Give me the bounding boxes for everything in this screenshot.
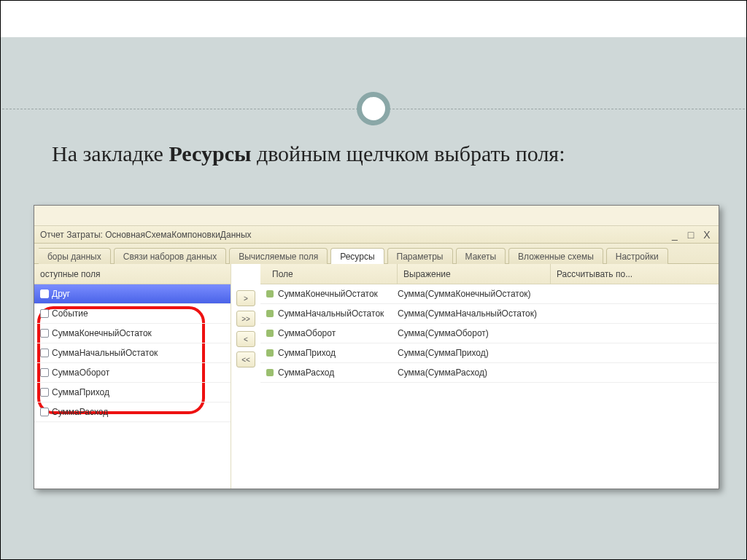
move-left-button[interactable]: < [236, 331, 255, 347]
col-header-field[interactable]: Поле [266, 264, 398, 284]
move-left-all-button[interactable]: << [236, 351, 255, 368]
window-titlebar: Отчет Затраты: ОсновнаяСхемаКомпоновкиДа… [34, 226, 719, 244]
tab-strip: боры данныхСвязи наборов данныхВычисляем… [34, 244, 719, 264]
tab-1[interactable]: Связи наборов данных [114, 248, 226, 264]
content-body: оступные поля ДругСобытиеСуммаКонечныйОс… [34, 264, 719, 489]
resource-field: СуммаНачальныйОстаток [260, 308, 392, 319]
headline-pre: На закладке [52, 141, 169, 166]
headline: На закладке Ресурсы двойным щелчком выбр… [52, 139, 695, 169]
available-field-item[interactable]: СуммаПриход [34, 383, 231, 402]
headline-bold: Ресурсы [169, 141, 251, 166]
resource-field: СуммаРасход [260, 368, 392, 378]
resources-header: Поле Выражение Рассчитывать по... [260, 264, 719, 284]
decorative-ring-icon [357, 92, 390, 125]
available-fields-pane: оступные поля ДругСобытиеСуммаКонечныйОс… [34, 264, 231, 489]
headline-post: двойным щелчком выбрать поля: [251, 141, 565, 166]
move-right-all-button[interactable]: >> [236, 311, 255, 327]
tab-6[interactable]: Вложенные схемы [508, 248, 603, 264]
available-field-item[interactable]: СуммаНачальныйОстаток [34, 343, 231, 363]
window-chrome-strip [34, 206, 719, 226]
move-right-button[interactable]: > [236, 290, 255, 306]
tab-5[interactable]: Макеты [456, 248, 506, 264]
resource-expr: Сумма(СуммаНачальныйОстаток) [392, 308, 545, 319]
resource-row[interactable]: СуммаНачальныйОстатокСумма(СуммаНачальны… [260, 304, 719, 324]
available-field-item[interactable]: СуммаРасход [34, 402, 231, 422]
resource-field: СуммаОборот [260, 328, 392, 338]
screenshot-window: Отчет Затраты: ОсновнаяСхемаКомпоновкиДа… [34, 205, 719, 489]
maximize-button[interactable]: □ [685, 226, 697, 244]
col-header-calc[interactable]: Рассчитывать по... [551, 264, 713, 284]
resource-row[interactable]: СуммаОборотСумма(СуммаОборот) [260, 324, 719, 343]
available-fields-header: оступные поля [34, 264, 231, 284]
available-field-item[interactable]: СуммаОборот [34, 363, 231, 383]
minimize-button[interactable]: _ [669, 226, 681, 244]
resource-field: СуммаПриход [260, 348, 392, 358]
available-fields-list[interactable]: ДругСобытиеСуммаКонечныйОстатокСуммаНача… [34, 284, 231, 489]
tab-7[interactable]: Настройки [606, 248, 668, 264]
close-button[interactable]: X [701, 226, 713, 244]
resource-expr: Сумма(СуммаОборот) [392, 328, 545, 338]
slide: На закладке Ресурсы двойным щелчком выбр… [0, 0, 747, 560]
available-field-item[interactable]: Друг [34, 284, 231, 304]
window-title: Отчет Затраты: ОсновнаяСхемаКомпоновкиДа… [40, 226, 252, 244]
slide-top-whitebar [1, 1, 746, 37]
resource-row[interactable]: СуммаКонечныйОстатокСумма(СуммаКонечныйО… [260, 284, 719, 304]
resources-list[interactable]: СуммаКонечныйОстатокСумма(СуммаКонечныйО… [260, 284, 719, 383]
mover-buttons: > >> < << [231, 264, 260, 489]
available-field-item[interactable]: СуммаКонечныйОстаток [34, 324, 231, 343]
window-buttons: _ □ X [669, 226, 713, 244]
resource-row[interactable]: СуммаРасходСумма(СуммаРасход) [260, 363, 719, 383]
resource-expr: Сумма(СуммаКонечныйОстаток) [392, 289, 545, 299]
resource-expr: Сумма(СуммаРасход) [392, 368, 545, 378]
resource-field: СуммаКонечныйОстаток [260, 289, 392, 299]
tab-0[interactable]: боры данных [39, 248, 111, 264]
tab-3[interactable]: Ресурсы [330, 248, 384, 264]
resources-pane: Поле Выражение Рассчитывать по... СуммаК… [260, 264, 719, 489]
tab-2[interactable]: Вычисляемые поля [229, 248, 328, 264]
col-header-expr[interactable]: Выражение [398, 264, 551, 284]
tab-4[interactable]: Параметры [387, 248, 453, 264]
available-field-item[interactable]: Событие [34, 304, 231, 324]
resource-expr: Сумма(СуммаПриход) [392, 348, 545, 358]
resource-row[interactable]: СуммаПриходСумма(СуммаПриход) [260, 343, 719, 363]
